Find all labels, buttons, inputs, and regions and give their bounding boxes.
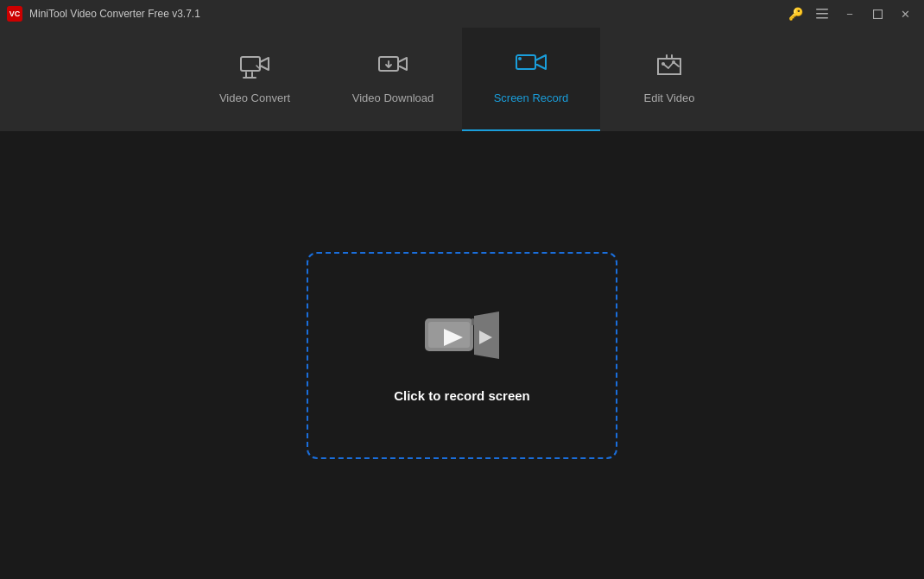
key-icon[interactable]: 🔑	[788, 7, 803, 21]
svg-rect-13	[471, 318, 474, 325]
tab-video-download-label: Video Download	[352, 91, 434, 104]
svg-rect-3	[873, 9, 882, 18]
record-card[interactable]: Click to record screen	[307, 252, 617, 459]
video-convert-icon	[240, 53, 269, 83]
nav-tabs: Video Convert Video Download Screen Reco…	[0, 28, 924, 131]
close-button[interactable]: ✕	[893, 5, 917, 22]
video-download-icon	[378, 53, 408, 83]
title-bar-left: VC MiniTool Video Converter Free v3.7.1	[7, 6, 200, 22]
restore-button[interactable]	[865, 5, 889, 22]
screen-record-icon	[516, 53, 547, 83]
record-cta-label: Click to record screen	[394, 388, 530, 403]
app-title: MiniTool Video Converter Free v3.7.1	[29, 8, 200, 20]
hamburger-menu-button[interactable]	[810, 5, 834, 22]
svg-rect-2	[816, 17, 828, 19]
minimize-button[interactable]: −	[838, 5, 862, 22]
title-bar-controls: 🔑 − ✕	[788, 5, 917, 22]
app-logo: VC	[7, 6, 22, 22]
tab-edit-video[interactable]: Edit Video	[600, 28, 738, 131]
tab-video-convert[interactable]: Video Convert	[186, 28, 324, 131]
main-content: Click to record screen	[0, 131, 924, 579]
title-bar: VC MiniTool Video Converter Free v3.7.1 …	[0, 0, 924, 28]
tab-video-download[interactable]: Video Download	[324, 28, 462, 131]
tab-video-convert-label: Video Convert	[219, 91, 290, 104]
svg-rect-4	[241, 57, 260, 71]
tab-screen-record[interactable]: Screen Record	[462, 28, 600, 131]
svg-point-7	[518, 57, 522, 60]
svg-rect-0	[816, 9, 828, 10]
svg-point-8	[661, 62, 665, 66]
tab-edit-video-label: Edit Video	[643, 91, 694, 104]
tab-screen-record-label: Screen Record	[494, 91, 569, 104]
svg-rect-1	[816, 13, 828, 15]
edit-video-icon	[655, 53, 684, 83]
record-icon	[423, 307, 501, 368]
svg-point-9	[672, 60, 675, 64]
